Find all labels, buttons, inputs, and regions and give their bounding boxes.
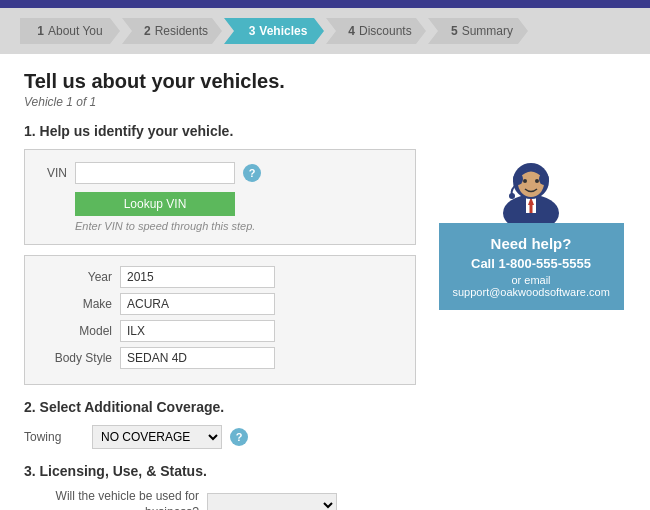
licensing-section: 3. Licensing, Use, & Status. Will the ve… — [24, 463, 416, 510]
year-input[interactable] — [120, 266, 275, 288]
page-subtitle: Vehicle 1 of 1 — [24, 95, 626, 109]
wizard-bar: 1 About You 2 Residents 3 Vehicles 4 Dis… — [0, 8, 650, 54]
vin-box: VIN ? Lookup VIN Enter VIN to speed thro… — [24, 149, 416, 245]
agent-container: Need help? Call 1-800-555-5555 or email … — [439, 133, 624, 310]
agent-avatar — [486, 133, 576, 223]
year-row: Year — [37, 266, 403, 288]
step-5-num: 5 — [451, 24, 458, 38]
lookup-vin-button[interactable]: Lookup VIN — [75, 192, 235, 216]
help-phone: Call 1-800-555-5555 — [453, 256, 610, 271]
towing-help-icon[interactable]: ? — [230, 428, 248, 446]
make-input[interactable] — [120, 293, 275, 315]
business-use-select[interactable]: YES NO — [207, 493, 337, 510]
make-row: Make — [37, 293, 403, 315]
svg-point-8 — [509, 193, 515, 199]
wizard-step-5[interactable]: 5 Summary — [428, 18, 528, 44]
help-box: Need help? Call 1-800-555-5555 or email … — [439, 223, 624, 310]
body-style-row: Body Style — [37, 347, 403, 369]
right-panel: Need help? Call 1-800-555-5555 or email … — [436, 123, 626, 510]
section-2-header: 2. Select Additional Coverage. — [24, 399, 416, 415]
step-4-num: 4 — [348, 24, 355, 38]
top-bar — [0, 0, 650, 8]
coverage-section: 2. Select Additional Coverage. Towing NO… — [24, 399, 416, 449]
page-title: Tell us about your vehicles. — [24, 70, 626, 93]
step-4-label: Discounts — [359, 24, 412, 38]
vin-help-icon[interactable]: ? — [243, 164, 261, 182]
step-1-num: 1 — [37, 24, 44, 38]
wizard-step-1[interactable]: 1 About You — [20, 18, 120, 44]
section-1-header: 1. Help us identify your vehicle. — [24, 123, 416, 139]
content-area: Tell us about your vehicles. Vehicle 1 o… — [0, 54, 650, 510]
towing-row: Towing NO COVERAGE BASIC ENHANCED ? — [24, 425, 416, 449]
year-label: Year — [37, 270, 112, 284]
wizard-step-3[interactable]: 3 Vehicles — [224, 18, 324, 44]
main-layout: 1. Help us identify your vehicle. VIN ? … — [24, 123, 626, 510]
step-2-label: Residents — [155, 24, 208, 38]
vin-hint: Enter VIN to speed through this step. — [75, 220, 403, 232]
body-style-input[interactable] — [120, 347, 275, 369]
vin-label: VIN — [37, 166, 67, 180]
vin-input[interactable] — [75, 162, 235, 184]
left-panel: 1. Help us identify your vehicle. VIN ? … — [24, 123, 416, 510]
step-3-label: Vehicles — [259, 24, 307, 38]
model-row: Model — [37, 320, 403, 342]
svg-rect-3 — [530, 205, 533, 213]
svg-point-10 — [535, 179, 539, 183]
wizard-step-2[interactable]: 2 Residents — [122, 18, 222, 44]
towing-label: Towing — [24, 430, 84, 444]
vehicle-details-box: Year Make Model Body Style — [24, 255, 416, 385]
step-3-num: 3 — [249, 24, 256, 38]
towing-select[interactable]: NO COVERAGE BASIC ENHANCED — [92, 425, 222, 449]
step-1-label: About You — [48, 24, 103, 38]
section-3-header: 3. Licensing, Use, & Status. — [24, 463, 416, 479]
body-style-label: Body Style — [37, 351, 112, 365]
need-help-text: Need help? — [453, 235, 610, 252]
help-email: or email support@oakwoodsoftware.com — [453, 274, 610, 298]
model-input[interactable] — [120, 320, 275, 342]
business-use-label: Will the vehicle be used for business? — [24, 489, 199, 510]
business-use-row: Will the vehicle be used for business? Y… — [24, 489, 416, 510]
model-label: Model — [37, 324, 112, 338]
svg-point-7 — [539, 173, 549, 185]
vin-row: VIN ? — [37, 162, 403, 184]
svg-point-9 — [523, 179, 527, 183]
wizard-step-4[interactable]: 4 Discounts — [326, 18, 426, 44]
step-5-label: Summary — [462, 24, 513, 38]
make-label: Make — [37, 297, 112, 311]
step-2-num: 2 — [144, 24, 151, 38]
